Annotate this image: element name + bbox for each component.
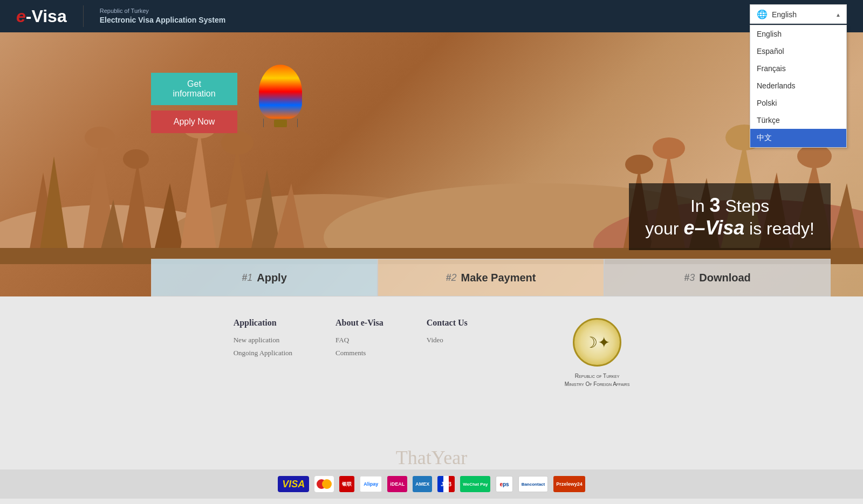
svg-point-15: [221, 131, 254, 155]
step-2-label: Make Payment: [461, 272, 536, 284]
footer-link-video[interactable]: Video: [427, 336, 468, 344]
language-option-chinese[interactable]: 中文: [750, 129, 846, 147]
balloon-rope-right: [297, 119, 298, 127]
step-1-apply[interactable]: #1 Apply: [151, 259, 378, 296]
visa-logo: VISA: [278, 476, 309, 492]
language-dropdown-button[interactable]: 🌐 English ▲: [750, 4, 847, 24]
step-1-label: Apply: [257, 272, 287, 284]
footer-col-contact: Contact Us Video: [427, 318, 468, 388]
footer-link-new-application[interactable]: New application: [234, 336, 292, 344]
mastercard-circles: [317, 479, 332, 489]
svg-point-7: [85, 127, 115, 148]
hero-tagline-line2: your e–Visa is ready!: [645, 217, 814, 239]
header: e-Visa Republic of Turkey Electronic Vis…: [0, 0, 863, 32]
step-3-number: #3: [684, 272, 695, 284]
footer-col-about: About e-Visa FAQ Comments: [335, 318, 383, 388]
footer-col1-heading: Application: [234, 318, 292, 328]
language-option-francais[interactable]: Français: [750, 60, 846, 77]
ideal-logo: iDEAL: [387, 476, 407, 492]
step-3-label: Download: [699, 272, 751, 284]
svg-point-27: [797, 144, 832, 168]
jcb-logo: JCB: [437, 476, 455, 492]
seal-crescent-star-icon: ☽✦: [584, 334, 610, 351]
step-2-number: #2: [446, 272, 457, 284]
footer-link-ongoing-application[interactable]: Ongoing Application: [234, 349, 292, 357]
logo-area: e-Visa Republic of Turkey Electronic Vis…: [16, 5, 225, 27]
logo-e-part: e: [16, 6, 26, 26]
logo-evisa: e-Visa: [16, 6, 67, 26]
steps-bar: #1 Apply #2 Make Payment #3 Download: [151, 259, 831, 296]
bancontact-logo: Bancontact: [518, 476, 549, 492]
hero-evisa-brand: e–Visa: [683, 217, 744, 239]
svg-marker-11: [178, 129, 218, 264]
footer-navigation: Application New application Ongoing Appl…: [0, 318, 863, 404]
eps-logo: eps: [496, 476, 512, 492]
language-option-turkce[interactable]: Türkçe: [750, 112, 846, 129]
seal-text: Republic of Turkey Ministry Of Foreign A…: [565, 372, 630, 388]
svg-point-21: [653, 137, 685, 159]
balloon-basket: [274, 120, 287, 127]
footer-wrapper: Application New application Ongoing Appl…: [0, 296, 863, 499]
language-option-english[interactable]: English: [750, 25, 846, 43]
przelewy24-logo: Przelewy24: [553, 476, 585, 492]
footer-link-comments[interactable]: Comments: [335, 349, 383, 357]
logo-divider: [83, 5, 84, 27]
hero-tagline-line1: In 3 Steps: [645, 194, 814, 217]
language-option-polski[interactable]: Polski: [750, 94, 846, 112]
hero-section: Get information Apply Now In 3 Steps you…: [0, 32, 863, 296]
footer-seal: ☽✦ Republic of Turkey Ministry Of Foreig…: [565, 318, 630, 388]
alipay-logo: Alipay: [360, 476, 382, 492]
svg-point-19: [625, 155, 653, 174]
payment-logos-bar: VISA 银联 Alipay iDEAL AMEX JCB WeChat Pay…: [0, 470, 863, 499]
hero-buttons: Get information Apply Now: [151, 73, 237, 133]
hero-bold-3: 3: [710, 194, 721, 216]
seal-line2: Ministry Of Foreign Affairs: [565, 380, 630, 388]
language-option-espanol[interactable]: Español: [750, 43, 846, 60]
logo-text: Republic of Turkey Electronic Visa Appli…: [100, 7, 225, 26]
language-option-nederlands[interactable]: Nederlands: [750, 77, 846, 94]
language-list[interactable]: English Español Français Nederlands Pols…: [750, 25, 847, 148]
balloon-envelope: [259, 65, 302, 119]
mastercard-logo: [314, 476, 334, 492]
footer-col3-heading: Contact Us: [427, 318, 468, 328]
chevron-up-icon: ▲: [835, 11, 841, 17]
hot-air-balloon: [259, 65, 302, 127]
footer-col-application: Application New application Ongoing Appl…: [234, 318, 292, 388]
wechat-pay-logo: WeChat Pay: [460, 476, 490, 492]
seal-emblem: ☽✦: [573, 318, 621, 367]
globe-icon: 🌐: [757, 9, 768, 19]
mc-yellow-circle: [322, 479, 332, 489]
step-1-number: #1: [242, 272, 252, 284]
selected-language-label: English: [772, 10, 797, 19]
footer-link-faq[interactable]: FAQ: [335, 336, 383, 344]
footer-col2-heading: About e-Visa: [335, 318, 383, 328]
amex-logo: AMEX: [413, 476, 432, 492]
step-2-payment[interactable]: #2 Make Payment: [378, 259, 604, 296]
get-information-button[interactable]: Get information: [151, 73, 237, 105]
logo-system: Electronic Visa Application System: [100, 15, 225, 26]
step-3-download[interactable]: #3 Download: [604, 259, 831, 296]
unionpay-logo: 银联: [339, 476, 354, 492]
seal-line1: Republic of Turkey: [565, 372, 630, 380]
hero-tagline: In 3 Steps your e–Visa is ready!: [629, 183, 831, 250]
balloon-rope-left: [263, 119, 264, 127]
footer-section: Application New application Ongoing Appl…: [0, 296, 863, 447]
watermark: ThatYear: [396, 446, 467, 469]
logo-republic: Republic of Turkey: [100, 7, 225, 15]
language-dropdown-container[interactable]: 🌐 English ▲ English Español Français Ned…: [750, 4, 847, 24]
apply-now-button[interactable]: Apply Now: [151, 111, 237, 133]
svg-point-9: [123, 149, 149, 169]
